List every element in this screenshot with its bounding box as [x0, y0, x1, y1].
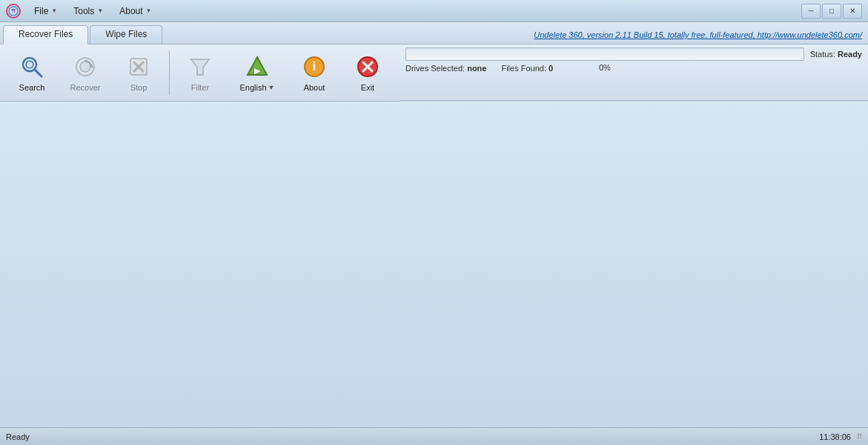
- recover-button-label: Recover: [70, 83, 101, 92]
- toolbar-separator-1: [169, 50, 170, 95]
- tab-wipe-files-label: Wipe Files: [105, 29, 147, 39]
- exit-icon: [354, 53, 381, 80]
- menu-file[interactable]: File ▼: [27, 4, 64, 18]
- progress-bar-container: [405, 47, 804, 61]
- status-bar-right: 11:38:06 ⠿: [819, 432, 862, 441]
- info-link[interactable]: Undelete 360, version 2.11 Build 15, tot…: [534, 30, 862, 39]
- recover-button[interactable]: Recover: [59, 47, 111, 98]
- svg-text:▶: ▶: [254, 67, 261, 75]
- status-label: Status:: [810, 50, 835, 59]
- english-inner: English ▼: [240, 83, 275, 92]
- exit-button-label: Exit: [361, 83, 374, 92]
- minimize-button[interactable]: ─: [801, 4, 821, 19]
- svg-point-5: [26, 61, 33, 68]
- svg-text:i: i: [313, 60, 316, 73]
- recover-icon: [72, 53, 99, 80]
- resize-grip-icon: ⠿: [857, 432, 862, 441]
- tab-recover-files-label: Recover Files: [19, 29, 73, 39]
- menu-file-arrow-icon: ▼: [51, 7, 57, 14]
- tab-wipe-files[interactable]: Wipe Files: [90, 25, 162, 44]
- svg-text:360: 360: [10, 10, 17, 14]
- menu-about[interactable]: About ▼: [112, 4, 159, 18]
- about-icon: i: [301, 53, 328, 80]
- maximize-button[interactable]: □: [822, 4, 841, 19]
- menu-file-label: File: [34, 6, 48, 16]
- svg-marker-13: [191, 59, 209, 75]
- app-logo-icon: 360: [6, 4, 21, 19]
- title-bar-controls: ─ □ ✕: [801, 4, 862, 19]
- english-button-label: English: [240, 83, 267, 92]
- close-button[interactable]: ✕: [843, 4, 862, 19]
- title-bar: 360 File ▼ Tools ▼ About ▼ ─ □ ✕: [0, 0, 868, 22]
- title-bar-left: 360 File ▼ Tools ▼ About ▼: [6, 4, 159, 19]
- menu-tools-arrow-icon: ▼: [97, 7, 103, 14]
- minimize-icon: ─: [808, 7, 813, 15]
- search-icon: [19, 53, 45, 80]
- english-button[interactable]: ▶ English ▼: [228, 47, 287, 98]
- search-button-label: Search: [19, 83, 45, 92]
- search-button[interactable]: Search: [6, 47, 58, 98]
- status-row: Status: Ready: [810, 50, 862, 59]
- progress-bar-wrapper: 0%: [405, 47, 804, 61]
- stop-button-label: Stop: [130, 83, 148, 92]
- svg-line-6: [35, 70, 42, 76]
- progress-text: 0%: [405, 61, 804, 74]
- status-bar: Ready 11:38:06 ⠿: [0, 427, 868, 445]
- menu-tools-label: Tools: [73, 6, 94, 16]
- filter-icon: [187, 53, 213, 80]
- menu-about-arrow-icon: ▼: [146, 7, 152, 14]
- about-button[interactable]: i About: [288, 47, 340, 98]
- main-content: [0, 102, 868, 427]
- toolbar: Search Recover: [0, 44, 400, 102]
- stop-button[interactable]: Stop: [113, 47, 165, 98]
- exit-button[interactable]: Exit: [342, 47, 394, 98]
- english-dropdown-arrow-icon: ▼: [268, 84, 275, 91]
- filter-button-label: Filter: [191, 83, 209, 92]
- maximize-icon: □: [829, 7, 834, 15]
- stop-icon: [125, 53, 152, 80]
- status-bar-text: Ready: [6, 432, 30, 441]
- toolbar-right-panel: 0% Status: Ready Drives Selected: none F…: [400, 44, 868, 101]
- close-icon: ✕: [849, 7, 855, 15]
- about-button-label: About: [304, 83, 325, 92]
- english-icon: ▶: [244, 53, 271, 80]
- menu-about-label: About: [119, 6, 142, 16]
- tab-recover-files[interactable]: Recover Files: [3, 25, 88, 44]
- status-value: Ready: [838, 50, 862, 59]
- filter-button[interactable]: Filter: [174, 47, 226, 98]
- progress-row: 0% Status: Ready: [405, 47, 862, 61]
- status-bar-time: 11:38:06: [819, 432, 851, 441]
- menu-bar: File ▼ Tools ▼ About ▼: [27, 4, 159, 18]
- menu-tools[interactable]: Tools ▼: [66, 4, 110, 18]
- tab-bar: Recover Files Wipe Files Undelete 360, v…: [0, 22, 868, 44]
